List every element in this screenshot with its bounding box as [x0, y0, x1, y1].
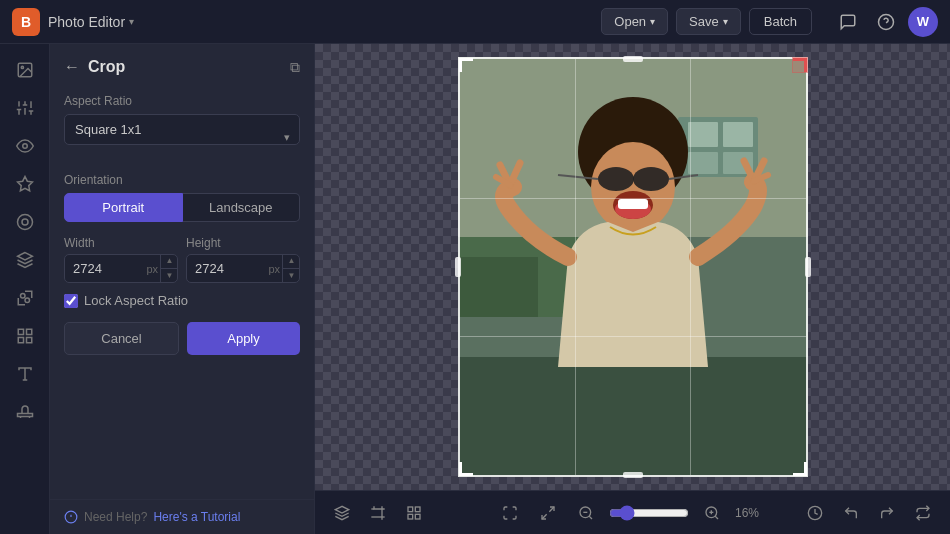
aspect-ratio-dropdown-wrapper: Square 1x1 Original 16:9 4:3 3:2 Custom …	[64, 114, 300, 159]
fit-to-screen-button[interactable]	[495, 498, 525, 528]
sidebar-icon-filter[interactable]	[7, 204, 43, 240]
bottom-right-history	[770, 498, 938, 528]
svg-marker-56	[335, 506, 348, 513]
height-increment-button[interactable]: ▲	[283, 254, 300, 269]
zoom-level-label: 16%	[735, 506, 770, 520]
height-label: Height	[186, 236, 300, 250]
svg-line-61	[549, 507, 554, 512]
svg-line-67	[715, 516, 718, 519]
crop-panel: ← Crop ⧉ Aspect Ratio Square 1x1 Origina…	[50, 44, 315, 534]
cancel-button[interactable]: Cancel	[64, 322, 179, 355]
svg-point-18	[20, 294, 25, 299]
sidebar-icon-eye[interactable]	[7, 128, 43, 164]
sidebar-icon-stamp[interactable]	[7, 394, 43, 430]
lock-aspect-ratio-label: Lock Aspect Ratio	[84, 293, 188, 308]
panel-header: ← Crop ⧉	[50, 44, 314, 86]
svg-rect-60	[415, 514, 420, 519]
sidebar-icon-magic[interactable]	[7, 166, 43, 202]
aspect-ratio-select[interactable]: Square 1x1 Original 16:9 4:3 3:2 Custom	[64, 114, 300, 145]
main-layout: ← Crop ⧉ Aspect Ratio Square 1x1 Origina…	[0, 44, 950, 534]
user-avatar[interactable]: W	[908, 7, 938, 37]
help-icon-button[interactable]	[870, 6, 902, 38]
portrait-button[interactable]: Portrait	[64, 193, 183, 222]
svg-point-15	[17, 215, 32, 230]
svg-point-16	[22, 219, 28, 225]
zoom-out-button[interactable]	[571, 498, 601, 528]
topbar-icons: W	[832, 6, 938, 38]
layers-tool-button[interactable]	[327, 498, 357, 528]
sidebar-icon-image[interactable]	[7, 52, 43, 88]
repeat-button[interactable]	[908, 498, 938, 528]
canvas-main	[315, 44, 950, 490]
crop-container[interactable]	[458, 57, 808, 477]
grid-tool-button[interactable]	[399, 498, 429, 528]
tutorial-link[interactable]: Here's a Tutorial	[153, 510, 240, 524]
app-title-chevron: ▾	[129, 16, 134, 27]
svg-rect-38	[458, 257, 538, 317]
aspect-ratio-label: Aspect Ratio	[64, 94, 300, 108]
redo-button[interactable]	[872, 498, 902, 528]
svg-rect-26	[17, 414, 32, 417]
lock-aspect-ratio-checkbox[interactable]	[64, 294, 78, 308]
svg-line-62	[542, 514, 547, 519]
app-title-button[interactable]: Photo Editor ▾	[48, 14, 134, 30]
save-button[interactable]: Save ▾	[676, 8, 741, 35]
landscape-button[interactable]: Landscape	[183, 193, 301, 222]
sidebar-icon-adjustments[interactable]	[7, 90, 43, 126]
svg-point-43	[633, 167, 669, 191]
canvas-area: 16%	[315, 44, 950, 534]
svg-rect-58	[415, 507, 420, 512]
svg-rect-22	[18, 338, 23, 343]
width-group: Width px ▲ ▼	[64, 236, 178, 283]
lock-aspect-ratio-row: Lock Aspect Ratio	[64, 293, 300, 308]
svg-rect-20	[18, 329, 23, 334]
svg-rect-59	[408, 514, 413, 519]
sidebar-icon-layers[interactable]	[7, 242, 43, 278]
help-row: Need Help? Here's a Tutorial	[50, 499, 314, 534]
sidebar-icon-text[interactable]	[7, 356, 43, 392]
width-decrement-button[interactable]: ▼	[161, 269, 178, 283]
sidebar-icon-group[interactable]	[7, 280, 43, 316]
open-button[interactable]: Open ▾	[601, 8, 668, 35]
icon-sidebar	[0, 44, 50, 534]
history-button[interactable]	[800, 498, 830, 528]
bottom-left-tools	[327, 498, 495, 528]
height-group: Height px ▲ ▼	[186, 236, 300, 283]
width-input-wrap: px ▲ ▼	[64, 254, 178, 283]
bottom-toolbar: 16%	[315, 490, 950, 534]
svg-rect-33	[688, 122, 718, 147]
panel-back-button[interactable]: ←	[64, 58, 80, 76]
bottom-center-zoom: 16%	[495, 498, 770, 528]
undo-button[interactable]	[836, 498, 866, 528]
width-label: Width	[64, 236, 178, 250]
height-input-wrap: px ▲ ▼	[186, 254, 300, 283]
panel-copy-button[interactable]: ⧉	[290, 59, 300, 76]
svg-line-64	[589, 516, 592, 519]
svg-rect-39	[458, 357, 808, 477]
svg-rect-21	[26, 329, 31, 334]
crop-view-button[interactable]	[533, 498, 563, 528]
app-title-label: Photo Editor	[48, 14, 125, 30]
sidebar-icon-grid[interactable]	[7, 318, 43, 354]
svg-rect-57	[408, 507, 413, 512]
info-icon	[64, 510, 78, 524]
svg-marker-14	[17, 177, 32, 191]
orientation-label: Orientation	[64, 173, 300, 187]
chat-icon-button[interactable]	[832, 6, 864, 38]
height-spinner: ▲ ▼	[282, 254, 300, 283]
batch-button[interactable]: Batch	[749, 8, 812, 35]
svg-point-42	[598, 167, 634, 191]
height-decrement-button[interactable]: ▼	[283, 269, 300, 283]
help-text: Need Help?	[84, 510, 147, 524]
crop-tool-button[interactable]	[363, 498, 393, 528]
topbar: B Photo Editor ▾ Open ▾ Save ▾ Batch W	[0, 0, 950, 44]
zoom-in-button[interactable]	[697, 498, 727, 528]
width-increment-button[interactable]: ▲	[161, 254, 178, 269]
svg-point-19	[25, 298, 30, 303]
app-logo: B	[12, 8, 40, 36]
zoom-slider[interactable]	[609, 505, 689, 521]
photo-svg	[458, 57, 808, 477]
apply-button[interactable]: Apply	[187, 322, 300, 355]
svg-point-13	[22, 144, 27, 149]
dimensions-row: Width px ▲ ▼ Height px	[64, 236, 300, 283]
